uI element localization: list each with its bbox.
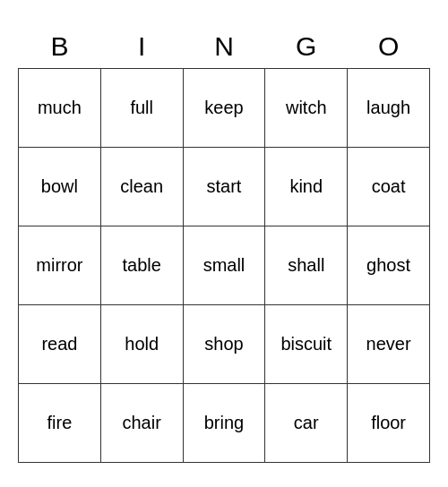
cell-text: read	[19, 305, 100, 383]
header-row: B I N G O	[19, 24, 430, 69]
cell-text: hold	[101, 305, 183, 383]
table-cell: small	[183, 226, 265, 305]
table-cell: keep	[183, 69, 265, 148]
cell-text: bring	[184, 384, 265, 462]
cell-text: car	[265, 384, 347, 462]
table-cell: car	[265, 384, 348, 463]
col-header-o: O	[348, 24, 430, 69]
bingo-table: B I N G O muchfullkeepwitchlaughbowlclea…	[18, 24, 430, 464]
col-header-n: N	[183, 24, 265, 69]
cell-text: much	[19, 69, 100, 147]
cell-text: kind	[265, 148, 347, 226]
cell-text: laugh	[348, 69, 429, 147]
col-header-b: B	[19, 24, 101, 69]
cell-text: clean	[101, 148, 183, 226]
table-row: bowlcleanstartkindcoat	[19, 148, 430, 226]
bingo-card: B I N G O muchfullkeepwitchlaughbowlclea…	[18, 24, 430, 464]
table-cell: never	[348, 305, 430, 384]
table-cell: shop	[183, 305, 265, 384]
table-cell: mirror	[19, 226, 101, 305]
table-cell: floor	[348, 384, 430, 463]
cell-text: keep	[184, 69, 265, 147]
table-row: firechairbringcarfloor	[19, 384, 430, 463]
cell-text: fire	[19, 384, 100, 462]
table-cell: laugh	[348, 69, 430, 148]
table-cell: bowl	[19, 148, 101, 226]
bingo-body: muchfullkeepwitchlaughbowlcleanstartkind…	[19, 69, 430, 463]
cell-text: floor	[348, 384, 429, 462]
table-cell: read	[19, 305, 101, 384]
table-cell: witch	[265, 69, 348, 148]
table-cell: table	[100, 226, 183, 305]
col-header-i: I	[100, 24, 183, 69]
table-cell: coat	[348, 148, 430, 226]
table-cell: shall	[265, 226, 348, 305]
cell-text: bowl	[19, 148, 100, 226]
table-row: mirrortablesmallshallghost	[19, 226, 430, 305]
table-cell: ghost	[348, 226, 430, 305]
table-cell: start	[183, 148, 265, 226]
cell-text: shall	[265, 226, 347, 304]
cell-text: never	[348, 305, 429, 383]
table-cell: biscuit	[265, 305, 348, 384]
cell-text: witch	[265, 69, 347, 147]
table-cell: fire	[19, 384, 101, 463]
table-row: muchfullkeepwitchlaugh	[19, 69, 430, 148]
cell-text: biscuit	[265, 305, 347, 383]
table-row: readholdshopbiscuitnever	[19, 305, 430, 384]
cell-text: table	[101, 226, 183, 304]
cell-text: full	[101, 69, 183, 147]
table-cell: bring	[183, 384, 265, 463]
table-cell: full	[100, 69, 183, 148]
cell-text: ghost	[348, 226, 429, 304]
cell-text: start	[184, 148, 265, 226]
cell-text: small	[184, 226, 265, 304]
cell-text: mirror	[19, 226, 100, 304]
table-cell: clean	[100, 148, 183, 226]
table-cell: much	[19, 69, 101, 148]
table-cell: hold	[100, 305, 183, 384]
table-cell: chair	[100, 384, 183, 463]
cell-text: coat	[348, 148, 429, 226]
cell-text: chair	[101, 384, 183, 462]
col-header-g: G	[265, 24, 348, 69]
table-cell: kind	[265, 148, 348, 226]
cell-text: shop	[184, 305, 265, 383]
